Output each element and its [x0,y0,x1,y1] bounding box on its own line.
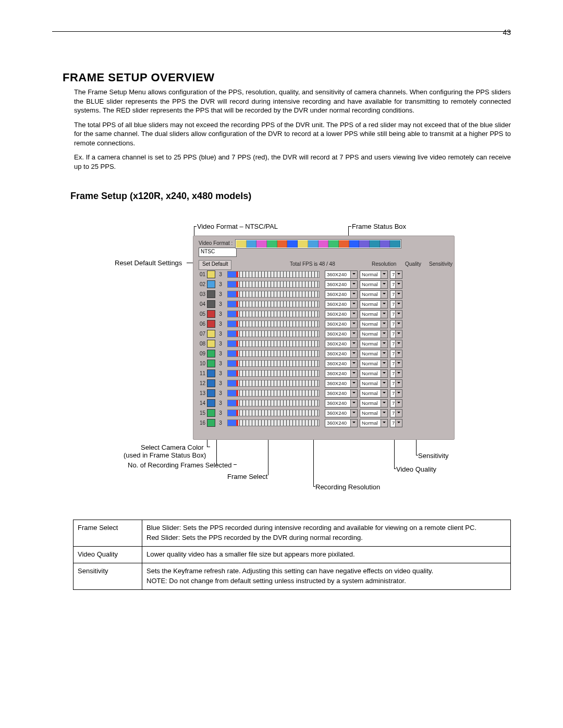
quality-select[interactable]: Normal [360,389,388,398]
sensitivity-select[interactable]: 7 [390,270,402,279]
resolution-select[interactable]: 360X240 [325,389,358,398]
intro-paragraph-1: The Frame Setup Menu allows configuratio… [74,88,511,115]
set-default-button[interactable]: Set Default [199,260,231,270]
pps-slider[interactable] [227,271,320,278]
chevron-down-icon [350,291,357,298]
pps-slider[interactable] [227,350,320,357]
chevron-down-icon [350,360,357,367]
pps-slider[interactable] [227,311,320,317]
resolution-select[interactable]: 360X240 [325,369,358,378]
camera-color-swatch[interactable] [207,340,215,348]
resolution-select[interactable]: 360X240 [325,340,358,348]
sensitivity-select[interactable]: 7 [390,379,402,388]
sensitivity-select[interactable]: 7 [390,330,402,338]
camera-color-swatch[interactable] [207,369,215,377]
chevron-down-icon [381,330,387,338]
pps-slider[interactable] [227,330,320,337]
quality-select[interactable]: Normal [360,340,388,348]
resolution-select[interactable]: 360X240 [325,270,358,279]
quality-select[interactable]: Normal [360,320,388,328]
pps-slider[interactable] [227,340,320,347]
camera-color-swatch[interactable] [207,300,215,308]
resolution-select[interactable]: 360X240 [325,379,358,388]
resolution-select[interactable]: 360X240 [325,300,358,309]
quality-select[interactable]: Normal [360,399,388,408]
resolution-select[interactable]: 360X240 [325,290,358,299]
pps-slider[interactable] [227,390,320,397]
camera-color-swatch[interactable] [207,409,215,417]
resolution-select[interactable]: 360X240 [325,350,358,358]
frames-selected: 3 [217,281,224,287]
camera-color-swatch[interactable] [207,389,215,397]
chevron-down-icon [350,340,357,348]
camera-color-swatch[interactable] [207,399,215,407]
quality-select[interactable]: Normal [360,350,388,358]
page-number: 43 [503,28,511,36]
callout-sensitivity: Sensitivity [418,452,449,460]
camera-color-swatch[interactable] [207,350,215,357]
camera-color-swatch[interactable] [207,320,215,328]
resolution-select[interactable]: 360X240 [325,330,358,338]
resolution-select[interactable]: 360X240 [325,310,358,318]
camera-color-swatch[interactable] [207,290,215,298]
camera-color-swatch[interactable] [207,360,215,367]
sensitivity-select[interactable]: 7 [390,350,402,358]
pps-slider[interactable] [227,380,320,387]
camera-color-swatch[interactable] [207,270,215,278]
resolution-select[interactable]: 360X240 [325,320,358,328]
pps-slider[interactable] [227,400,320,406]
sensitivity-select[interactable]: 7 [390,310,402,318]
quality-select[interactable]: Normal [360,379,388,388]
pps-slider[interactable] [227,419,320,426]
resolution-select[interactable]: 360X240 [325,419,358,427]
quality-select[interactable]: Normal [360,270,388,279]
chevron-down-icon [350,390,357,397]
camera-color-swatch[interactable] [207,330,215,338]
pps-slider[interactable] [227,370,320,377]
resolution-select[interactable]: 360X240 [325,409,358,417]
camera-color-swatch[interactable] [207,310,215,318]
sensitivity-select[interactable]: 7 [390,300,402,309]
pps-slider[interactable] [227,291,320,298]
chevron-down-icon [381,291,387,298]
sensitivity-select[interactable]: 7 [390,360,402,368]
pps-slider[interactable] [227,301,320,307]
resolution-select[interactable]: 360X240 [325,399,358,408]
resolution-select[interactable]: 360X240 [325,280,358,289]
quality-select[interactable]: Normal [360,330,388,338]
chevron-down-icon [381,320,387,328]
pps-slider[interactable] [227,281,320,288]
sensitivity-select[interactable]: 7 [390,399,402,408]
quality-select[interactable]: Normal [360,310,388,318]
sensitivity-select[interactable]: 7 [390,340,402,348]
channel-number: 03 [197,291,205,297]
sensitivity-select[interactable]: 7 [390,280,402,289]
sensitivity-select[interactable]: 7 [390,290,402,299]
pps-slider[interactable] [227,410,320,416]
quality-select[interactable]: Normal [360,280,388,289]
channel-number: 06 [197,321,205,327]
chevron-down-icon [395,360,402,367]
pps-slider[interactable] [227,320,320,327]
sensitivity-select[interactable]: 7 [390,320,402,328]
sensitivity-select[interactable]: 7 [390,409,402,417]
sensitivity-select[interactable]: 7 [390,419,402,427]
camera-color-swatch[interactable] [207,280,215,288]
video-format-select[interactable]: NTSC [199,248,237,257]
camera-color-swatch[interactable] [207,379,215,387]
pps-slider[interactable] [227,360,320,367]
quality-select[interactable]: Normal [360,360,388,368]
quality-select[interactable]: Normal [360,290,388,299]
quality-select[interactable]: Normal [360,300,388,309]
sensitivity-select[interactable]: 7 [390,369,402,378]
chevron-down-icon [395,350,402,357]
resolution-select[interactable]: 360X240 [325,360,358,368]
quality-select[interactable]: Normal [360,409,388,417]
sensitivity-select[interactable]: 7 [390,389,402,398]
chevron-down-icon [395,301,402,308]
quality-select[interactable]: Normal [360,419,388,427]
camera-color-swatch[interactable] [207,419,215,427]
header-resolution: Resolution [372,261,396,267]
quality-select[interactable]: Normal [360,369,388,378]
channel-row: 053360X240Normal7 [197,309,450,319]
